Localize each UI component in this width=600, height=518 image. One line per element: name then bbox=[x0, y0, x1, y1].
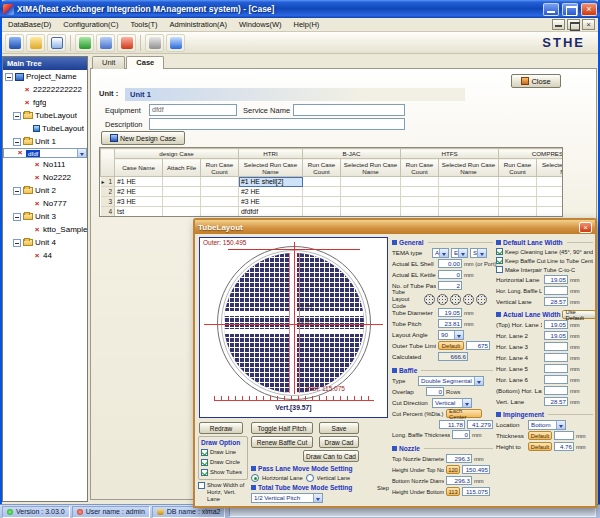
cell-htri-selected[interactable]: #2 HE bbox=[239, 187, 303, 197]
cell-run-count[interactable] bbox=[201, 187, 239, 197]
cell-htfs-count[interactable] bbox=[401, 177, 439, 187]
actual-lane-field[interactable] bbox=[544, 364, 568, 373]
top-nozzle-dia-field[interactable]: 296.3 bbox=[446, 454, 472, 463]
layout-code-rot-icon[interactable] bbox=[476, 294, 487, 305]
new-project-icon[interactable] bbox=[5, 34, 24, 52]
cell-attach-file[interactable] bbox=[163, 177, 201, 187]
tema-rear-select[interactable]: S bbox=[470, 248, 487, 258]
layout-code-45-icon[interactable] bbox=[463, 294, 474, 305]
cell-compress-selected[interactable] bbox=[537, 187, 563, 197]
cell-run-count[interactable] bbox=[201, 177, 239, 187]
cell-case-name[interactable]: #1 HE bbox=[115, 177, 163, 187]
row-indicator[interactable]: 4 bbox=[101, 207, 115, 217]
collapse-icon[interactable] bbox=[13, 187, 21, 195]
cell-run-count[interactable] bbox=[201, 207, 239, 217]
actual-lane-field[interactable]: 28.57 bbox=[544, 397, 568, 406]
vertical-lane-option[interactable]: Vertical Lane bbox=[317, 475, 351, 481]
tab-case[interactable]: Case bbox=[126, 56, 164, 69]
tree-item-tubelayout[interactable]: TubeLayout bbox=[3, 109, 87, 122]
cut-percent-field-2[interactable]: 41.279 bbox=[467, 420, 493, 429]
redraw-button[interactable]: Redraw bbox=[199, 422, 243, 434]
keep-cleaning-lane-option[interactable]: Keep Cleaning Lane (45°, 90° and bbox=[496, 247, 593, 256]
bottom-nozzle-dia-field[interactable]: 296.3 bbox=[446, 476, 472, 485]
collapse-icon[interactable] bbox=[13, 213, 21, 221]
tube-diameter-field[interactable]: 19.05 bbox=[438, 308, 462, 317]
actual-lane-field[interactable] bbox=[544, 375, 568, 384]
tree-item[interactable]: ktto_Sample bbox=[3, 223, 87, 236]
each-center-button[interactable]: Each Center bbox=[446, 409, 482, 418]
collapse-icon[interactable] bbox=[13, 112, 21, 120]
dialog-close-button[interactable]: × bbox=[579, 222, 592, 233]
draw-line-option[interactable]: Draw Line bbox=[201, 447, 245, 457]
service-name-field[interactable] bbox=[293, 104, 405, 116]
cell-bjac-selected[interactable] bbox=[341, 197, 401, 207]
cell-bjac-selected[interactable] bbox=[341, 207, 401, 217]
row-indicator[interactable]: 3 bbox=[101, 197, 115, 207]
checkbox-icon[interactable] bbox=[198, 482, 205, 489]
open-icon[interactable] bbox=[26, 34, 45, 52]
el-shell-field[interactable]: 0.00 bbox=[438, 259, 462, 268]
horizontal-lane-field[interactable]: 19.05 bbox=[544, 275, 568, 284]
tree-item-project[interactable]: Project_Name bbox=[3, 70, 87, 83]
draw-circle-option[interactable]: Draw Circle bbox=[201, 457, 245, 467]
tube-layout-canvas[interactable]: Outer: 150.495 19.05 19.05 Inlet: 115.07… bbox=[199, 237, 388, 418]
cell-htfs-selected[interactable] bbox=[439, 207, 499, 217]
outer-limit-default-button[interactable]: Default bbox=[438, 341, 464, 350]
cell-compress-selected[interactable] bbox=[537, 207, 563, 217]
row-indicator[interactable]: 1 bbox=[101, 177, 115, 187]
hor-long-baffle-field[interactable] bbox=[544, 286, 568, 295]
tree-item-selected[interactable]: dfdf bbox=[3, 148, 87, 158]
settings-icon[interactable] bbox=[145, 34, 164, 52]
collapse-icon[interactable] bbox=[13, 138, 21, 146]
tree-item-unit2[interactable]: Unit 2 bbox=[3, 184, 87, 197]
cell-compress-count[interactable] bbox=[499, 177, 537, 187]
cell-htri-selected[interactable]: #3 HE bbox=[239, 197, 303, 207]
height-under-top-button[interactable]: 120 bbox=[446, 465, 460, 474]
radio-icon[interactable] bbox=[251, 474, 259, 482]
collapse-icon[interactable] bbox=[5, 73, 13, 81]
refresh-icon[interactable] bbox=[75, 34, 94, 52]
draw-can-to-cad-button[interactable]: Draw Can to Cad bbox=[303, 450, 359, 462]
help-icon[interactable] bbox=[166, 34, 185, 52]
maximize-button[interactable] bbox=[562, 3, 578, 16]
delete-icon[interactable] bbox=[117, 34, 136, 52]
tree-item-unit1[interactable]: Unit 1 bbox=[3, 135, 87, 148]
mdi-close-button[interactable]: × bbox=[582, 19, 595, 30]
baffle-type-select[interactable]: Double Segmental bbox=[418, 376, 484, 386]
tube-pitch-field[interactable]: 23.81 bbox=[438, 319, 462, 328]
checkbox-icon[interactable] bbox=[496, 266, 503, 273]
show-tubes-option[interactable]: Show Tubes bbox=[201, 467, 245, 477]
cell-htfs-count[interactable] bbox=[401, 187, 439, 197]
cell-compress-count[interactable] bbox=[499, 187, 537, 197]
report-icon[interactable] bbox=[96, 34, 115, 52]
cut-percent-field-1[interactable]: 11.78 bbox=[439, 420, 465, 429]
actual-lane-field[interactable]: 19.05 bbox=[544, 331, 568, 340]
draw-cad-button[interactable]: Draw Cad bbox=[319, 436, 359, 448]
height-under-bottom-field[interactable]: 115.075 bbox=[462, 487, 490, 496]
new-design-case-button[interactable]: New Design Case bbox=[101, 131, 185, 145]
cut-direction-select[interactable]: Vertical bbox=[432, 398, 472, 408]
radio-icon[interactable] bbox=[306, 474, 314, 482]
cell-compress-count[interactable] bbox=[499, 207, 537, 217]
cell-htfs-selected[interactable] bbox=[439, 187, 499, 197]
tree-item-unit3[interactable]: Unit 3 bbox=[3, 210, 87, 223]
cell-bjac-count[interactable] bbox=[303, 197, 341, 207]
cell-htri-selected[interactable]: #1 HE shell[2] bbox=[239, 177, 303, 187]
menu-database[interactable]: DataBase(D) bbox=[2, 18, 57, 31]
outer-limit-field[interactable]: 675 bbox=[466, 341, 490, 350]
cell-compress-selected[interactable] bbox=[537, 177, 563, 187]
cell-case-name[interactable]: tst bbox=[115, 207, 163, 217]
cell-compress-count[interactable] bbox=[499, 197, 537, 207]
keep-baffle-cut-option[interactable]: Keep Baffle Cut Line to Tube Center bbox=[496, 256, 593, 265]
cell-attach-file[interactable] bbox=[163, 207, 201, 217]
layout-angle-select[interactable]: 90 bbox=[438, 330, 464, 340]
checkbox-icon[interactable] bbox=[201, 469, 208, 476]
close-window-button[interactable]: × bbox=[581, 3, 597, 16]
thickness-field[interactable] bbox=[554, 431, 574, 440]
tema-front-select[interactable]: A bbox=[432, 248, 449, 258]
save-button[interactable]: Save bbox=[319, 422, 359, 434]
close-button[interactable]: Close bbox=[511, 74, 561, 88]
el-kettle-field[interactable]: 0 bbox=[438, 270, 462, 279]
cell-bjac-count[interactable] bbox=[303, 177, 341, 187]
cell-htri-selected[interactable]: dfdfdf bbox=[239, 207, 303, 217]
